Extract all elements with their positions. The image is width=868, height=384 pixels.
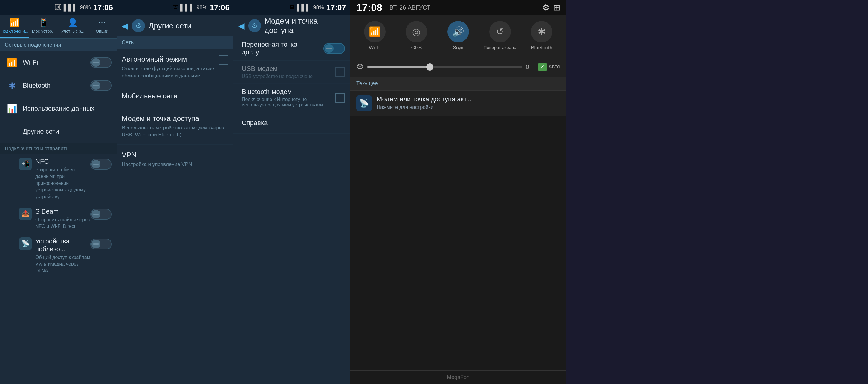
usb-modem-checkbox (335, 67, 345, 77)
other-networks-header: ◀ ⚙ Другие сети (117, 15, 233, 36)
back-button-3[interactable]: ◀ (238, 21, 245, 31)
brightness-row: ⚙ 0 ✓ Авто (350, 57, 566, 77)
battery-3: 98% (313, 4, 324, 11)
clock-2: 17:06 (210, 3, 230, 12)
network-section-header: Сетевые подключения (0, 39, 117, 51)
tab-connections-label: Подключени... (1, 29, 28, 33)
other-networks-icon: ⋯ (5, 124, 19, 139)
brightness-slider[interactable] (367, 66, 522, 68)
modem-hotspot-header: ◀ ⚙ Модем и точка доступа (234, 15, 350, 36)
bt-modem-checkbox[interactable] (335, 93, 345, 102)
nfc-toggle[interactable] (90, 159, 112, 170)
wifi-toggle-knob (91, 58, 100, 67)
nfc-icon: 📲 (19, 157, 32, 170)
signal-icon-3: ▌▌▌ (297, 4, 311, 11)
notification-item-hotspot[interactable]: 📡 Модем или точка доступа акт... Нажмите… (350, 91, 566, 116)
panel-other-networks: 🖼 ▌▌▌ 98% 17:06 ◀ ⚙ Другие сети Сеть Авт… (117, 0, 233, 384)
airplane-mode-item[interactable]: Автономный режим Отключение функций вызо… (117, 49, 233, 86)
tab-device-label: Мое устро... (32, 29, 56, 33)
clock-1: 17:06 (93, 3, 113, 12)
panel-quick-settings: 17:08 ВТ, 26 АВГУСТ ⚙ ⊞ 📶 Wi-Fi ◎ GPS 🔊 … (350, 0, 566, 384)
bluetooth-qt-icon: ✱ (531, 21, 552, 42)
other-networks-title: Другие сети (149, 21, 192, 30)
bt-modem-item[interactable]: Bluetooth-модем Подключение к Интернету … (234, 84, 350, 112)
tab-device[interactable]: 📱 Мое устро... (29, 15, 59, 38)
nearby-devices-setting[interactable]: 📡 Устройства поблизо... Общий доступ к ф… (0, 234, 117, 278)
bluetooth-setting[interactable]: ✱ Bluetooth (0, 74, 117, 97)
bluetooth-label: Bluetooth (23, 82, 87, 89)
wifi-qt-label: Wi-Fi (369, 45, 381, 51)
bluetooth-quick-toggle[interactable]: ✱ Bluetooth (522, 21, 561, 51)
nearby-desc: Общий доступ к файлам мультимедиа через … (35, 254, 90, 274)
rotate-qt-label: Поворот экрана (483, 45, 516, 50)
tab-accounts-label: Учетные з... (61, 29, 84, 33)
sbeam-toggle[interactable] (90, 209, 112, 219)
modem-hotspot-item[interactable]: Модем и точка доступа Использовать устро… (117, 108, 233, 145)
wifi-toggle[interactable] (90, 57, 112, 68)
settings-gear-brightness[interactable]: ⚙ (356, 62, 364, 72)
modem-hotspot-desc: Использовать устройство как модем (через… (122, 124, 228, 139)
hotspot-label: Переносная точка досту... (242, 41, 320, 56)
bt-modem-desc: Подключение к Интернету не используется … (242, 97, 332, 108)
tab-connections[interactable]: 📶 Подключени... (0, 15, 29, 38)
settings-icon[interactable]: ⚙ (542, 3, 550, 12)
wifi-setting[interactable]: 📶 Wi-Fi (0, 51, 117, 74)
carrier-bar: MegaFon (350, 370, 566, 384)
screenshot-icon-1: 🖼 (55, 4, 61, 11)
status-bar-1: 🖼 ▌▌▌ 98% 17:06 (0, 0, 117, 15)
hotspot-toggle[interactable] (323, 43, 345, 54)
status-bar-4: 17:08 ВТ, 26 АВГУСТ ⚙ ⊞ (350, 0, 566, 15)
wifi-label: Wi-Fi (23, 59, 87, 66)
other-networks-setting[interactable]: ⋯ Другие сети (0, 120, 117, 143)
hotspot-item[interactable]: Переносная точка досту... (234, 36, 350, 61)
sbeam-setting[interactable]: 📤 S Beam Отправить файлы через NFC и Wi-… (0, 204, 117, 234)
tab-options[interactable]: ⋯ Опции (88, 15, 117, 38)
rotate-qt-icon: ↺ (489, 21, 511, 42)
sound-qt-label: Звук (453, 45, 464, 51)
bluetooth-toggle-knob (91, 81, 100, 90)
nfc-setting[interactable]: 📲 NFC Разрешить обмен данными при прикос… (0, 154, 117, 204)
battery-2: 98% (196, 4, 207, 11)
top-tabs: 📶 Подключени... 📱 Мое устро... 👤 Учетные… (0, 15, 117, 39)
signal-icon-2: ▌▌▌ (180, 4, 194, 11)
bluetooth-qt-label: Bluetooth (531, 45, 552, 51)
status-bar-2: 🖼 ▌▌▌ 98% 17:06 (117, 0, 233, 15)
connections-icon: 📶 (9, 18, 20, 28)
screenshot-icon-2: 🖼 (173, 5, 178, 10)
nfc-title: NFC (35, 157, 90, 166)
data-usage-icon: 📊 (5, 101, 19, 116)
nearby-toggle[interactable] (90, 239, 112, 249)
vpn-title: VPN (122, 151, 228, 159)
mobile-networks-item[interactable]: Мобильные сети (117, 86, 233, 108)
gps-quick-toggle[interactable]: ◎ GPS (397, 21, 436, 51)
nearby-title: Устройства поблизо... (35, 237, 90, 253)
vpn-item[interactable]: VPN Настройка и управление VPN (117, 145, 233, 174)
auto-brightness-check[interactable]: ✓ Авто (538, 63, 560, 71)
screenshot-icon-3: 🖼 (290, 5, 294, 10)
data-usage-setting[interactable]: 📊 Использование данных (0, 97, 117, 120)
mobile-networks-title: Мобильные сети (122, 92, 228, 100)
auto-checkbox-icon: ✓ (538, 63, 547, 71)
wifi-quick-toggle[interactable]: 📶 Wi-Fi (355, 21, 395, 51)
notif-desc: Нажмите для настройки (377, 105, 560, 110)
rotate-quick-toggle[interactable]: ↺ Поворот экрана (480, 21, 520, 51)
tab-accounts[interactable]: 👤 Учетные з... (58, 15, 88, 38)
help-item[interactable]: Справка (234, 112, 350, 134)
clock-3: 17:07 (327, 3, 346, 12)
sound-quick-toggle[interactable]: 🔊 Звук (438, 21, 478, 51)
gps-qt-label: GPS (411, 45, 422, 51)
back-button-2[interactable]: ◀ (122, 21, 128, 31)
hotspot-notif-icon: 📡 (356, 95, 372, 111)
sbeam-title: S Beam (35, 208, 90, 215)
vpn-desc: Настройка и управление VPN (122, 161, 228, 168)
airplane-checkbox[interactable] (219, 55, 228, 65)
bt-modem-title: Bluetooth-модем (242, 88, 332, 96)
help-label: Справка (242, 119, 341, 127)
nearby-icon: 📡 (19, 237, 32, 250)
grid-icon[interactable]: ⊞ (553, 3, 560, 12)
panel-modem-hotspot: 🖼 ▌▌▌ 98% 17:07 ◀ ⚙ Модем и точка доступ… (233, 0, 350, 384)
bluetooth-toggle[interactable] (90, 80, 112, 91)
wifi-icon: 📶 (5, 55, 19, 70)
gps-qt-icon: ◎ (406, 21, 427, 42)
signal-icon-1: ▌▌▌ (64, 4, 78, 11)
